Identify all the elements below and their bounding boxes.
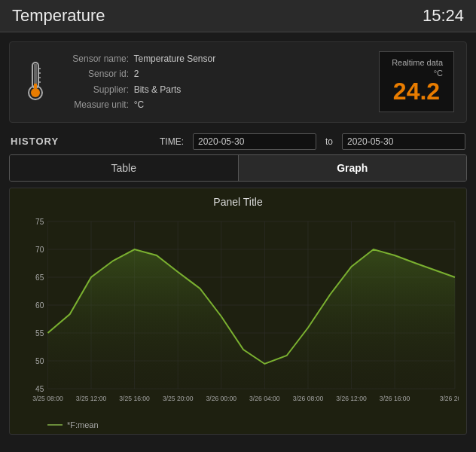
measure-value: °C [134,99,144,110]
realtime-unit: °C [390,69,443,78]
svg-text:60: 60 [35,301,44,310]
svg-text:3/26 04:00: 3/26 04:00 [249,395,280,402]
supplier-value: Bits & Parts [134,84,182,95]
tab-row: Table Graph [9,154,467,182]
realtime-value: 24.2 [390,78,443,105]
svg-text:65: 65 [35,273,44,282]
history-row: HISTORY TIME: to [0,129,476,154]
chart-legend: *F:mean [17,417,459,429]
clock: 15:24 [423,6,464,26]
svg-text:45: 45 [35,385,44,393]
svg-text:3/26 00:00: 3/26 00:00 [206,395,237,402]
supplier-label: Supplier: [61,82,129,97]
page-title: Temperature [12,6,105,26]
svg-text:3/25 08:00: 3/25 08:00 [32,395,63,402]
svg-text:75: 75 [35,218,44,226]
svg-text:3/26 08:00: 3/26 08:00 [293,395,324,402]
svg-text:50: 50 [35,357,44,365]
date-from-input[interactable] [193,133,316,150]
legend-line-icon [47,424,63,426]
realtime-box: Realtime data °C 24.2 [379,51,454,112]
sensor-name-label: Sensor name: [61,51,129,66]
date-to-input[interactable] [342,133,465,150]
sensor-left: Sensor name: Temperature Sensor Sensor i… [22,51,215,113]
svg-text:3/26 16:00: 3/26 16:00 [380,395,410,402]
tab-table[interactable]: Table [10,155,239,181]
svg-point-3 [31,88,40,97]
measure-label: Measure unit: [61,97,129,112]
app-header: Temperature 15:24 [0,0,476,32]
to-label: to [325,136,333,147]
realtime-label: Realtime data [390,58,443,67]
legend-label: *F:mean [67,420,99,429]
chart-title: Panel Title [17,196,459,208]
time-label: TIME: [160,136,184,147]
svg-text:3/25 16:00: 3/25 16:00 [119,395,150,402]
svg-text:3/25 12:00: 3/25 12:00 [76,395,107,402]
thermometer-icon [22,60,49,105]
chart-area: 75 70 65 60 55 50 45 3/25 08:00 3/25 12:… [17,214,459,417]
sensor-name-value: Temperature Sensor [133,53,215,64]
svg-text:3/25 20:00: 3/25 20:00 [163,395,194,402]
svg-text:70: 70 [35,246,44,254]
svg-text:55: 55 [35,329,44,337]
chart-panel: Panel Title 75 70 [9,188,467,435]
sensor-panel: Sensor name: Temperature Sensor Sensor i… [9,41,467,123]
history-label: HISTORY [11,136,59,147]
svg-rect-1 [34,64,37,85]
sensor-id-value: 2 [134,69,139,79]
tab-graph[interactable]: Graph [239,155,467,181]
svg-text:3/26 20:00: 3/26 20:00 [440,395,459,402]
svg-text:3/26 12:00: 3/26 12:00 [336,395,367,402]
sensor-info: Sensor name: Temperature Sensor Sensor i… [61,51,215,113]
sensor-id-label: Sensor id: [61,66,129,81]
chart-svg: 75 70 65 60 55 50 45 3/25 08:00 3/25 12:… [17,214,459,417]
